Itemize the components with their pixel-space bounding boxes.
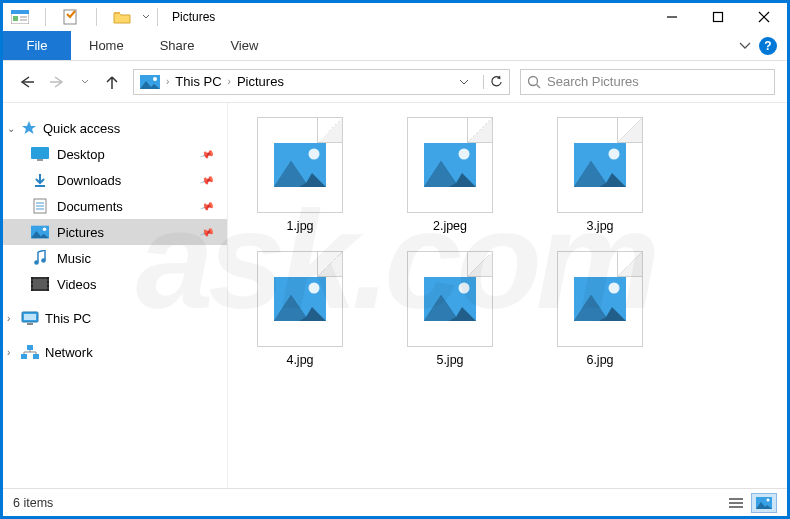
expand-icon[interactable]: ⌄ xyxy=(7,123,15,134)
view-thumbnails-button[interactable] xyxy=(751,493,777,513)
svg-point-37 xyxy=(47,287,48,288)
maximize-button[interactable] xyxy=(695,3,741,31)
nav-up-button[interactable] xyxy=(101,71,123,93)
svg-rect-1 xyxy=(11,10,29,14)
svg-rect-58 xyxy=(729,506,743,508)
downloads-icon xyxy=(31,171,49,189)
file-tab[interactable]: File xyxy=(3,31,71,60)
search-placeholder: Search Pictures xyxy=(547,74,639,89)
view-details-button[interactable] xyxy=(723,493,749,513)
file-item[interactable]: 2.jpeg xyxy=(390,117,510,233)
status-item-count: 6 items xyxy=(13,496,53,510)
tab-view[interactable]: View xyxy=(212,31,276,60)
nav-back-button[interactable] xyxy=(15,71,37,93)
minimize-button[interactable] xyxy=(649,3,695,31)
svg-rect-57 xyxy=(729,502,743,504)
breadcrumb-pictures[interactable]: Pictures xyxy=(237,74,284,89)
pin-icon: 📌 xyxy=(199,146,215,161)
pin-icon: 📌 xyxy=(199,224,215,239)
svg-rect-43 xyxy=(33,354,39,359)
sidebar-item-label: Downloads xyxy=(57,173,121,188)
nav-quick-access[interactable]: ⌄ Quick access xyxy=(3,115,227,141)
svg-point-60 xyxy=(767,498,770,501)
address-bar[interactable]: › This PC › Pictures xyxy=(133,69,510,95)
qat-dropdown-icon[interactable] xyxy=(141,8,151,26)
qat-folder-icon[interactable] xyxy=(113,8,131,26)
svg-point-26 xyxy=(34,260,39,265)
svg-point-36 xyxy=(47,283,48,284)
address-dropdown-icon[interactable] xyxy=(454,79,474,85)
ribbon-expand-icon[interactable] xyxy=(739,42,751,50)
close-button[interactable] xyxy=(741,3,787,31)
svg-rect-3 xyxy=(20,16,27,18)
desktop-icon xyxy=(31,145,49,163)
file-item[interactable]: 6.jpg xyxy=(540,251,660,367)
svg-rect-4 xyxy=(20,19,27,21)
sidebar-item-documents[interactable]: Documents📌 xyxy=(3,193,227,219)
file-thumbnail xyxy=(557,251,643,347)
file-thumbnail xyxy=(407,117,493,213)
tab-share[interactable]: Share xyxy=(142,31,213,60)
star-icon xyxy=(21,120,37,136)
svg-rect-17 xyxy=(31,147,49,159)
nav-recent-dropdown[interactable] xyxy=(79,71,91,93)
nav-this-pc[interactable]: › This PC xyxy=(3,305,227,331)
chevron-right-icon[interactable]: › xyxy=(166,76,169,87)
file-name: 4.jpg xyxy=(286,353,313,367)
breadcrumb-this-pc[interactable]: This PC xyxy=(175,74,221,89)
svg-rect-8 xyxy=(714,13,723,22)
nav-forward-button[interactable] xyxy=(47,71,69,93)
sidebar-item-downloads[interactable]: Downloads📌 xyxy=(3,167,227,193)
documents-icon xyxy=(31,197,49,215)
ribbon-tabs: File Home Share View ? xyxy=(3,31,787,61)
svg-line-16 xyxy=(537,84,541,88)
svg-rect-41 xyxy=(27,345,33,350)
svg-point-25 xyxy=(43,228,47,232)
file-item[interactable]: 3.jpg xyxy=(540,117,660,233)
svg-point-55 xyxy=(609,283,620,294)
tab-home[interactable]: Home xyxy=(71,31,142,60)
search-box[interactable]: Search Pictures xyxy=(520,69,775,95)
file-name: 6.jpg xyxy=(586,353,613,367)
file-item[interactable]: 1.jpg xyxy=(240,117,360,233)
file-thumbnail xyxy=(557,117,643,213)
search-icon xyxy=(527,75,541,89)
help-icon[interactable]: ? xyxy=(759,37,777,55)
svg-point-47 xyxy=(459,149,470,160)
file-item[interactable]: 5.jpg xyxy=(390,251,510,367)
status-bar: 6 items xyxy=(3,488,787,516)
svg-rect-42 xyxy=(21,354,27,359)
svg-rect-2 xyxy=(13,16,18,21)
address-pictures-icon xyxy=(140,75,160,89)
pin-icon: 📌 xyxy=(199,172,215,187)
network-icon xyxy=(21,345,39,359)
navigation-pane: ⌄ Quick access Desktop📌Downloads📌Documen… xyxy=(3,103,228,488)
file-list[interactable]: 1.jpg2.jpeg3.jpg4.jpg5.jpg6.jpg xyxy=(228,103,787,488)
file-name: 2.jpeg xyxy=(433,219,467,233)
refresh-button[interactable] xyxy=(483,75,503,89)
qat-properties-icon[interactable] xyxy=(62,8,80,26)
sidebar-item-pictures[interactable]: Pictures📌 xyxy=(3,219,227,245)
file-item[interactable]: 4.jpg xyxy=(240,251,360,367)
expand-icon[interactable]: › xyxy=(7,313,10,324)
videos-icon xyxy=(31,275,49,293)
file-name: 5.jpg xyxy=(436,353,463,367)
svg-point-33 xyxy=(31,283,32,284)
sidebar-item-label: Documents xyxy=(57,199,123,214)
svg-point-27 xyxy=(41,258,46,263)
svg-point-15 xyxy=(529,76,538,85)
title-bar: Pictures xyxy=(3,3,787,31)
svg-point-49 xyxy=(609,149,620,160)
svg-rect-18 xyxy=(37,159,43,161)
sidebar-item-desktop[interactable]: Desktop📌 xyxy=(3,141,227,167)
expand-icon[interactable]: › xyxy=(7,347,10,358)
sidebar-item-videos[interactable]: Videos xyxy=(3,271,227,297)
nav-network[interactable]: › Network xyxy=(3,339,227,365)
svg-point-14 xyxy=(153,77,157,81)
pictures-icon xyxy=(31,223,49,241)
chevron-right-icon[interactable]: › xyxy=(228,76,231,87)
sidebar-item-music[interactable]: Music xyxy=(3,245,227,271)
sidebar-item-label: Music xyxy=(57,251,91,266)
svg-rect-40 xyxy=(27,323,33,325)
file-name: 3.jpg xyxy=(586,219,613,233)
